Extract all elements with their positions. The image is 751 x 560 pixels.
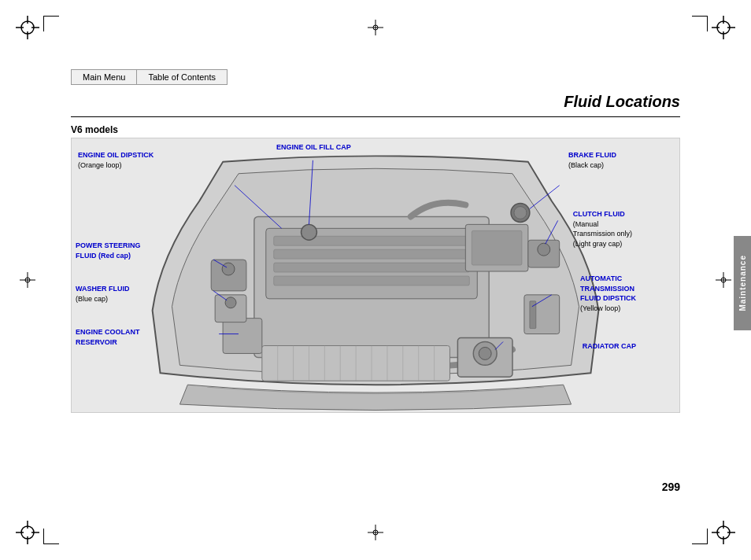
engine-coolant-label: ENGINE COOLANT RESERVOIR	[76, 327, 140, 347]
page-number: 299	[662, 481, 680, 493]
svg-rect-36	[274, 263, 470, 272]
page-title: Fluid Locations	[564, 93, 680, 111]
reg-mark-top-left	[16, 16, 39, 39]
svg-point-45	[225, 297, 236, 308]
corner-bracket-br	[692, 529, 708, 544]
crosshair-bottom	[368, 525, 383, 540]
svg-rect-41	[223, 319, 262, 354]
engine-oil-dipstick-label: ENGINE OIL DIPSTICK (Orange loop)	[78, 150, 154, 170]
svg-point-54	[479, 347, 491, 359]
corner-bracket-tl	[43, 16, 59, 31]
corner-bracket-tr	[692, 16, 708, 31]
brake-fluid-label: BRAKE FLUID (Black cap)	[568, 150, 616, 170]
washer-fluid-label: WASHER FLUID (Blue cap)	[76, 284, 130, 304]
svg-point-43	[222, 263, 235, 275]
svg-rect-37	[274, 276, 470, 286]
svg-rect-40	[472, 230, 522, 265]
title-divider	[71, 116, 680, 117]
reg-mark-bottom-left	[16, 521, 39, 544]
maintenance-tab[interactable]: Maintenance	[734, 236, 751, 330]
radiator-cap-label: RADIATOR CAP	[583, 341, 636, 352]
engine-diagram-container: ENGINE OIL DIPSTICK (Orange loop) ENGINE…	[71, 138, 680, 413]
table-of-contents-button[interactable]: Table of Contents	[136, 69, 228, 85]
main-menu-button[interactable]: Main Menu	[71, 69, 136, 85]
auto-trans-label: AUTOMATIC TRANSMISSION FLUID DIPSTICK (Y…	[580, 274, 636, 314]
svg-rect-51	[530, 301, 536, 329]
corner-bracket-bl	[43, 529, 59, 544]
reg-mark-bottom-right	[712, 521, 735, 544]
section-heading: V6 models	[71, 124, 118, 135]
power-steering-label: POWER STEERING FLUID (Red cap)	[76, 241, 141, 260]
crosshair-right	[716, 272, 731, 288]
svg-point-47	[514, 207, 527, 219]
svg-point-38	[302, 224, 317, 240]
crosshair-top	[368, 20, 383, 35]
engine-oil-fill-cap-label: ENGINE OIL FILL CAP	[276, 142, 351, 153]
svg-point-49	[538, 243, 550, 256]
maintenance-tab-label: Maintenance	[738, 255, 747, 311]
clutch-fluid-label: CLUTCH FLUID (ManualTransmission only)(L…	[573, 209, 632, 249]
svg-rect-35	[274, 249, 470, 259]
crosshair-left	[20, 272, 35, 288]
reg-mark-top-right	[712, 16, 735, 39]
nav-bar: Main Menu Table of Contents	[71, 69, 228, 85]
